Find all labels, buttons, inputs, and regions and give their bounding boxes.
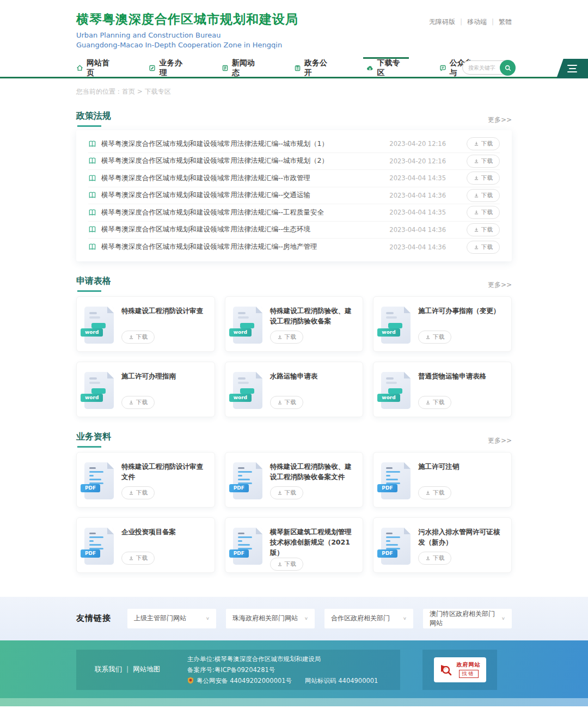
download-button[interactable]: 下载 (467, 137, 500, 150)
download-button[interactable]: 下载 (418, 486, 451, 499)
download-button[interactable]: 下载 (270, 486, 303, 499)
site-subtitle: Urban Planning and Construction Bureau G… (76, 30, 512, 50)
policy-list-item[interactable]: 横琴粤澳深度合作区城市规划和建设领域常用法律法规汇编--工程质量安全 2023-… (88, 204, 500, 222)
book-icon (88, 191, 96, 199)
material-card[interactable]: PDF 污水排入排水管网许可证核发（新办） 下载 (373, 517, 512, 573)
gov-site-error-report-badge[interactable]: 政府网站 找错 (434, 657, 486, 682)
policy-list-item[interactable]: 横琴粤澳深度合作区城市规划和建设领域常用法律法规汇编--城市规划（2） 2023… (88, 153, 500, 170)
download-button[interactable]: 下载 (418, 331, 451, 344)
footer-links: 联系我们|网站地图 (95, 665, 187, 674)
more-link-materials[interactable]: 更多>> (488, 436, 512, 448)
pdf-badge: PDF (377, 484, 397, 492)
chevron-down-icon: ∨ (206, 616, 210, 621)
mobile-link[interactable]: 移动端 (467, 18, 487, 26)
nav-item-home[interactable]: 网站首页 (76, 59, 115, 77)
footer-police-record[interactable]: 粤公网安备 44049202000001号 (197, 675, 292, 686)
download-button[interactable]: 下载 (467, 172, 500, 185)
policy-list-item[interactable]: 横琴粤澳深度合作区城市规划和建设领域常用法律法规汇编--生态环境 2023-04… (88, 222, 500, 239)
download-button[interactable]: 下载 (418, 396, 451, 409)
accessibility-link[interactable]: 无障碍版 (429, 18, 455, 26)
policy-list-item[interactable]: 横琴粤澳深度合作区城市规划和建设领域常用法律法规汇编--房地产管理 2023-0… (88, 239, 500, 256)
footer-icp: 备案序号:粤ICP备09204281号 (187, 664, 378, 675)
download-button[interactable]: 下载 (121, 331, 155, 344)
form-card[interactable]: word 特殊建设工程消防设计审查 下载 (76, 296, 215, 352)
policy-list-item[interactable]: 横琴粤澳深度合作区城市规划和建设领域常用法律法规汇编--市政管理 2023-04… (88, 170, 500, 187)
download-label: 下载 (136, 554, 148, 562)
download-button[interactable]: 下载 (467, 206, 500, 219)
download-button[interactable]: 下载 (121, 396, 155, 409)
footer-site-code: 网站标识码 4404900001 (305, 675, 378, 686)
material-card[interactable]: PDF 横琴新区建筑工程规划管理技术标准创新规定（2021版） 下载 (225, 517, 364, 573)
traditional-chinese-link[interactable]: 繁體 (499, 18, 512, 26)
download-button[interactable]: 下载 (270, 331, 303, 344)
download-icon (474, 175, 479, 181)
download-button[interactable]: 下载 (418, 552, 451, 565)
material-card[interactable]: PDF 特殊建设工程消防设计审查文件 下载 (76, 452, 215, 508)
word-file-icon: word (84, 372, 114, 409)
contact-us-link[interactable]: 联系我们 (95, 665, 122, 673)
materials-card-grid: PDF 特殊建设工程消防设计审查文件 下载 (76, 452, 512, 573)
form-card[interactable]: word 水路运输申请表 下载 (225, 362, 364, 417)
download-icon (474, 245, 479, 250)
download-button[interactable]: 下载 (467, 189, 500, 202)
policy-title: 横琴粤澳深度合作区城市规划和建设领域常用法律法规汇编--市政管理 (101, 174, 383, 183)
download-button[interactable]: 下载 (467, 241, 500, 254)
word-badge: word (377, 394, 400, 402)
policy-date: 2023-04-04 14:36 (389, 226, 446, 234)
site-header: 横琴粤澳深度合作区城市规划和建设局 Urban Planning and Con… (76, 0, 512, 59)
download-button[interactable]: 下载 (467, 155, 500, 168)
policy-list-item[interactable]: 横琴粤澳深度合作区城市规划和建设领域常用法律法规汇编--城市规划（1） 2023… (88, 136, 500, 153)
download-icon (128, 334, 134, 340)
search-box (462, 60, 514, 75)
breadcrumb-current: 下载专区 (145, 88, 171, 95)
policy-list-item[interactable]: 横琴粤澳深度合作区城市规划和建设领域常用法律法规汇编--交通运输 2023-04… (88, 187, 500, 205)
download-label: 下载 (136, 489, 148, 497)
material-card[interactable]: PDF 特殊建设工程消防验收、建设工程消防验收备案文件 下载 (225, 452, 364, 508)
download-button[interactable]: 下载 (121, 552, 155, 565)
more-link-policies[interactable]: 更多>> (488, 115, 512, 127)
material-card[interactable]: PDF 企业投资项目备案 下载 (76, 517, 215, 573)
search-input[interactable] (468, 65, 502, 71)
download-button[interactable]: 下载 (270, 396, 303, 409)
search-button[interactable] (500, 60, 516, 76)
site-subtitle-en-1: Urban Planning and Construction Bureau (76, 30, 512, 40)
site-subtitle-en-2: Guangdong-Macao In-Depth Cooperation Zon… (76, 40, 512, 50)
form-card[interactable]: word 普通货物运输申请表格 下载 (373, 362, 512, 417)
friend-links-select-zhuhai[interactable]: 珠海政府相关部门网站 ∨ (226, 609, 315, 628)
section-title-forms: 申请表格 (76, 276, 111, 292)
sitemap-link[interactable]: 网站地图 (133, 665, 160, 673)
word-file-icon: word (233, 307, 262, 344)
download-zone-page: 横琴粤澳深度合作区城市规划和建设局 Urban Planning and Con… (0, 0, 588, 727)
download-label: 下载 (481, 192, 493, 199)
word-badge: word (81, 394, 103, 402)
pdf-file-icon: PDF (84, 462, 114, 499)
policy-date: 2023-04-04 14:35 (389, 209, 446, 216)
download-button[interactable]: 下载 (121, 486, 155, 499)
form-card[interactable]: word 施工许可办理指南 下载 (76, 362, 215, 417)
menu-toggle-button[interactable] (556, 59, 588, 78)
download-button[interactable]: 下载 (270, 558, 303, 571)
download-button[interactable]: 下载 (467, 223, 500, 236)
breadcrumb-home[interactable]: 首页 (122, 88, 135, 95)
card-title: 施工许可办理指南 (121, 371, 207, 381)
friend-links-select-superior[interactable]: 上级主管部门网站 ∨ (127, 609, 216, 628)
nav-item-news[interactable]: 新闻动态 (222, 59, 260, 77)
word-file-icon: word (84, 307, 114, 344)
card-title: 施工许可办事指南（变更） (418, 306, 504, 316)
policy-date: 2023-04-20 12:16 (389, 140, 446, 148)
friend-links-select-macao[interactable]: 澳门特区政府相关部门网站 ∨ (423, 609, 512, 628)
policy-date: 2023-04-04 14:35 (389, 174, 446, 182)
nav-item-government-affairs[interactable]: 政务公开 (294, 59, 333, 77)
select-value: 合作区政府相关部门 (331, 614, 390, 623)
download-icon (474, 227, 479, 233)
form-card[interactable]: word 施工许可办事指南（变更） 下载 (373, 296, 512, 352)
cloud-download-icon (366, 64, 373, 72)
download-icon (277, 334, 283, 340)
more-link-forms[interactable]: 更多>> (488, 280, 512, 292)
nav-item-services[interactable]: 业务办理 (149, 59, 187, 77)
nav-label: 业务办理 (159, 58, 187, 78)
form-card[interactable]: word 特殊建设工程消防验收、建设工程消防验收备案 下载 (225, 296, 364, 352)
material-card[interactable]: PDF 施工许可注销 下载 (373, 452, 512, 508)
friend-links-select-cooperation-zone[interactable]: 合作区政府相关部门 ∨ (324, 609, 413, 628)
nav-item-download-zone[interactable]: 下载专区 (366, 59, 405, 77)
